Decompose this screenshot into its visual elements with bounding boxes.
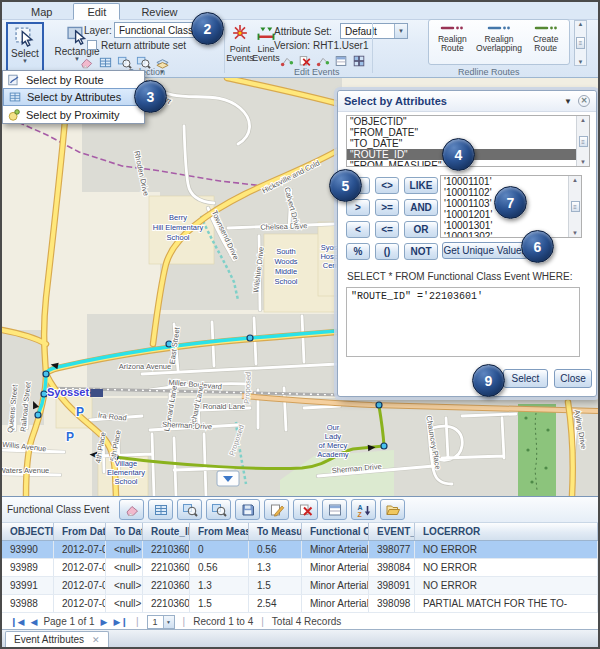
tab-event-attributes[interactable]: Event Attributes ✕ — [5, 631, 109, 647]
version-label: Version: RHT1.User1 — [274, 40, 368, 51]
tab-edit[interactable]: Edit — [73, 3, 120, 20]
svg-text:Waters Avenue: Waters Avenue — [2, 466, 49, 475]
column-header[interactable]: Route_ID — [143, 523, 190, 540]
get-unique-values-button[interactable]: Get Unique Values — [442, 242, 528, 259]
return-attribute-set-label: Return attribute set — [101, 40, 186, 51]
show-selection-button[interactable] — [148, 499, 173, 520]
column-header[interactable]: To Date — [106, 523, 143, 540]
last-page-button[interactable]: ▶❙ — [113, 617, 127, 627]
value-item[interactable]: '10001301' — [441, 220, 581, 231]
values-scrollbar[interactable]: ▲≡▼ — [568, 176, 581, 237]
table-icon — [153, 502, 169, 518]
close-icon[interactable]: ✕ — [578, 95, 590, 107]
pan-to-selection-button[interactable] — [206, 499, 231, 520]
dialog-title-bar[interactable]: Select by Attributes ▼ ✕ — [338, 91, 596, 112]
operator-less-equal-button[interactable]: <= — [375, 221, 399, 238]
sort-button[interactable] — [351, 499, 376, 520]
chevron-down-icon[interactable]: ▼ — [564, 97, 572, 106]
column-header[interactable]: LOCERROR — [415, 523, 598, 540]
ribbon-scrollbar[interactable]: ▲ ≡ ▼ — [574, 20, 587, 66]
callout-5: 5 — [329, 169, 362, 202]
close-icon[interactable]: ✕ — [92, 635, 100, 645]
operator-parentheses-button[interactable]: () — [375, 243, 399, 260]
map-forest-strip — [518, 404, 556, 496]
operator-not-button[interactable]: NOT — [404, 243, 438, 260]
table-row[interactable]: 939892012-07-05<null>221036010.561.3Mino… — [2, 559, 598, 577]
attribute-set-combobox[interactable]: Default ▼ — [340, 23, 408, 39]
chevron-down-icon[interactable]: ▼ — [394, 24, 407, 38]
realign-overlapping-button[interactable]: Realign Overlapping — [476, 24, 522, 64]
tab-map[interactable]: Map — [18, 4, 65, 19]
dialog-close-button[interactable]: Close — [554, 369, 592, 388]
operator-greater-button[interactable]: > — [346, 199, 370, 216]
column-header[interactable]: OBJECTID — [2, 523, 54, 540]
layer-label: Layer: — [84, 25, 112, 36]
where-clause-textarea[interactable]: "ROUTE_ID" ='22103601' — [346, 287, 580, 357]
return-attribute-set-checkbox[interactable] — [87, 40, 97, 50]
field-item[interactable]: "FROM_DATE" — [347, 127, 589, 138]
map-overview-toggle[interactable] — [217, 471, 239, 486]
realign-route-button[interactable]: Realign Route — [429, 24, 475, 64]
next-page-button[interactable]: ▶ — [101, 617, 108, 627]
operator-not-equals-button[interactable]: <> — [375, 177, 399, 194]
save-button[interactable] — [235, 499, 260, 520]
operator-less-button[interactable]: < — [346, 221, 370, 238]
realign-overlapping-icon — [487, 24, 511, 32]
edit-record-button[interactable] — [264, 499, 289, 520]
table-toolbar: Functional Class Event — [2, 497, 598, 523]
select-by-attributes-dialog: Select by Attributes ▼ ✕ "OBJECTID" "FRO… — [337, 90, 597, 397]
create-route-button[interactable]: Create Route — [523, 24, 569, 64]
table-row[interactable]: 939882012-07-05<null>221036011.52.54Mino… — [2, 595, 598, 613]
menu-item-select-by-route[interactable]: Select by Route — [3, 71, 144, 88]
point-events-button[interactable]: Point Events — [226, 23, 254, 63]
operator-greater-equal-button[interactable]: >= — [375, 199, 399, 216]
page-indicator: Page 1 of 1 — [43, 616, 94, 627]
operator-or-button[interactable]: OR — [404, 221, 438, 238]
field-item[interactable]: "OBJECTID" — [347, 116, 589, 127]
scroll-up-icon[interactable]: ▲ — [578, 21, 584, 27]
value-item[interactable]: '10001302' — [441, 231, 581, 238]
merge-events-tool-icon[interactable] — [278, 53, 295, 69]
menu-item-select-by-proximity[interactable]: Select by Proximity — [3, 106, 144, 123]
realign-overlapping-label: Realign Overlapping — [476, 35, 522, 53]
export-button[interactable] — [380, 499, 405, 520]
tab-label: Event Attributes — [14, 634, 84, 645]
delete-record-button[interactable] — [293, 499, 318, 520]
clear-selection-tool-icon[interactable] — [78, 54, 95, 70]
table-row-selected[interactable]: 939902012-07-05<null>2210360100.56Minor … — [2, 541, 598, 559]
save-icon — [240, 502, 256, 518]
scroll-down-icon: ▼ — [572, 230, 578, 236]
scrollbar-thumb[interactable]: ≡ — [576, 37, 585, 49]
operator-and-button[interactable]: AND — [404, 199, 438, 216]
previous-page-button[interactable]: ◀ — [30, 617, 37, 627]
tab-review[interactable]: Review — [128, 4, 190, 19]
redline-routes-group-label: Redline Routes — [458, 67, 520, 77]
first-page-button[interactable]: ❙◀ — [10, 617, 24, 627]
column-header[interactable]: Functional Class — [302, 523, 369, 540]
select-button[interactable]: Select ▼ — [6, 22, 44, 76]
table-header-row: OBJECTID From Date To Date Route_ID From… — [2, 523, 598, 541]
attribute-window-button[interactable] — [322, 499, 347, 520]
operator-like-button[interactable]: LIKE — [404, 177, 438, 194]
page-number-combobox[interactable]: 1 ▼ — [147, 615, 175, 629]
callout-6: 6 — [521, 230, 554, 263]
column-header[interactable]: EVENT_ID — [369, 523, 415, 540]
scroll-down-icon[interactable]: ▼ — [578, 59, 584, 65]
column-header[interactable]: From Date — [54, 523, 106, 540]
svg-text:Hill Elementary: Hill Elementary — [153, 223, 204, 232]
selection-table-tool-icon[interactable] — [97, 54, 114, 70]
menu-item-label: Select by Attributes — [27, 91, 121, 103]
clear-selection-button[interactable] — [119, 499, 144, 520]
column-header[interactable]: To Measure — [249, 523, 302, 540]
record-total-label: Total 4 Records — [272, 616, 341, 627]
menu-item-select-by-attributes[interactable]: Select by Attributes — [3, 88, 144, 106]
column-header[interactable]: From Measure — [190, 523, 249, 540]
operator-percent-button[interactable]: % — [346, 243, 370, 260]
fields-scrollbar[interactable]: ▲≡▼ — [576, 116, 589, 166]
zoom-to-selection-button[interactable] — [177, 499, 202, 520]
event-grid-tool-icon[interactable] — [350, 53, 367, 69]
table-row[interactable]: 939912012-07-05<null>221036011.31.5Minor… — [2, 577, 598, 595]
chevron-down-icon[interactable]: ▼ — [163, 616, 174, 628]
dialog-select-button[interactable]: Select — [503, 369, 548, 388]
parking-icon: P — [76, 405, 84, 419]
